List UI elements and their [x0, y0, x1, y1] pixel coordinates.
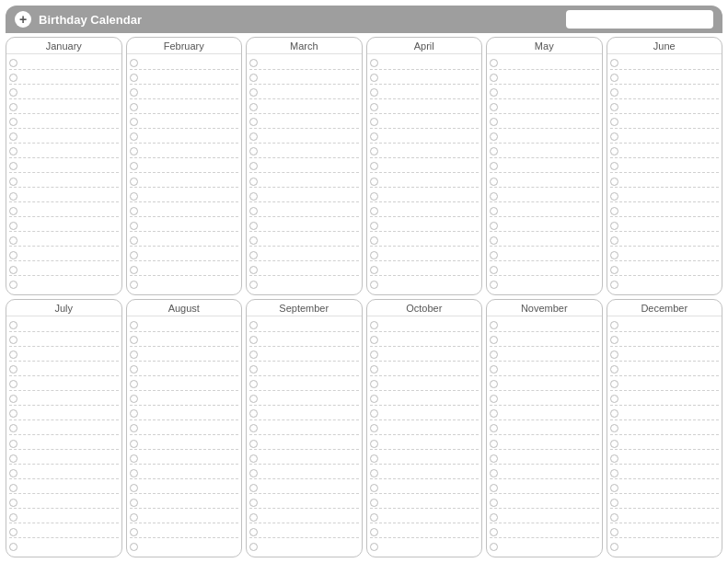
entry-row — [610, 132, 720, 144]
entry-row — [370, 132, 480, 144]
entry-circle — [249, 395, 258, 403]
entry-circle — [9, 88, 17, 97]
entry-row — [370, 379, 480, 391]
entry-circle — [370, 281, 378, 289]
entry-line — [20, 413, 119, 414]
entry-circle — [610, 162, 618, 170]
entry-circle — [9, 281, 17, 289]
entry-line — [501, 63, 599, 63]
entry-circle — [370, 395, 378, 403]
entry-circle — [370, 132, 378, 141]
entry-row — [370, 320, 480, 332]
entry-circle — [130, 103, 138, 111]
entry-line — [621, 325, 720, 326]
search-input[interactable] — [566, 10, 713, 29]
entry-circle — [490, 162, 498, 170]
month-title-august: August — [127, 300, 242, 316]
month-box-december: December — [607, 299, 723, 557]
entry-row — [370, 438, 480, 450]
entry-row — [490, 58, 599, 70]
entry-row — [490, 73, 599, 85]
entry-line — [621, 443, 720, 444]
entry-circle — [130, 321, 138, 329]
entry-circle — [610, 499, 618, 507]
entry-row — [9, 335, 119, 347]
entry-circle — [490, 207, 498, 215]
entry-row — [610, 264, 720, 276]
entry-row — [9, 350, 119, 362]
entry-row — [130, 102, 239, 114]
entry-circle — [490, 380, 498, 388]
entry-line — [381, 517, 480, 518]
entry-row — [370, 264, 480, 276]
entry-circle — [370, 440, 378, 448]
entry-line — [141, 369, 239, 370]
plus-icon[interactable]: + — [15, 11, 31, 28]
entry-row — [249, 482, 359, 494]
entry-row — [490, 132, 599, 144]
entry-circle — [130, 395, 138, 403]
entry-row — [249, 235, 359, 247]
entry-line — [621, 255, 720, 256]
month-title-october: October — [367, 300, 482, 316]
entry-line — [501, 166, 599, 167]
entry-line — [20, 458, 119, 459]
entry-line — [621, 369, 720, 370]
entry-row — [610, 205, 720, 217]
entry-line — [621, 181, 720, 182]
entry-circle — [490, 395, 498, 403]
entry-circle — [610, 336, 618, 344]
entry-circle — [490, 424, 498, 432]
entry-line — [141, 325, 239, 326]
entry-line — [501, 517, 599, 518]
entry-circle — [9, 409, 17, 418]
entry-line — [141, 443, 239, 444]
entry-row — [130, 408, 239, 420]
entry-line — [260, 284, 359, 285]
entry-line — [621, 92, 720, 93]
entry-row — [370, 205, 480, 217]
entry-circle — [610, 59, 618, 67]
entry-line — [20, 546, 119, 547]
entry-line — [260, 92, 359, 93]
entry-line — [381, 136, 480, 137]
entry-circle — [490, 88, 498, 97]
entry-row — [370, 541, 480, 553]
entry-circle — [370, 162, 378, 170]
entry-line — [501, 532, 599, 533]
entry-circle — [370, 409, 378, 418]
entry-row — [490, 205, 599, 217]
entry-circle — [249, 59, 258, 67]
calendar-row-2: JulyAugustSeptemberOctoberNovemberDecemb… — [6, 299, 722, 557]
entry-row — [130, 87, 239, 99]
entry-row — [370, 146, 480, 158]
entry-line — [20, 384, 119, 385]
entry-line — [260, 473, 359, 474]
entry-row — [9, 102, 119, 114]
entry-line — [501, 270, 599, 270]
entry-row — [130, 161, 239, 173]
entry-circle — [610, 543, 618, 551]
entry-circle — [130, 440, 138, 448]
entry-row — [249, 176, 359, 188]
entry-row — [610, 161, 720, 173]
month-box-june: June — [607, 37, 723, 295]
entry-row — [610, 467, 720, 479]
entry-circle — [610, 440, 618, 448]
entry-row — [249, 146, 359, 158]
entry-circle — [370, 543, 378, 551]
entry-row — [610, 176, 720, 188]
entry-line — [260, 458, 359, 459]
entry-line — [260, 121, 359, 122]
entry-circle — [490, 513, 498, 522]
entry-row — [370, 102, 480, 114]
calendar-grid: JanuaryFebruaryMarchAprilMayJune JulyAug… — [6, 37, 722, 557]
page: + Birthday Calendar JanuaryFebruaryMarch… — [0, 0, 728, 563]
entry-line — [621, 196, 720, 197]
entry-line — [621, 488, 720, 488]
entry-row — [249, 526, 359, 538]
entry-row — [9, 394, 119, 406]
entry-line — [381, 240, 480, 241]
entry-row — [370, 176, 480, 188]
entry-line — [381, 181, 480, 182]
